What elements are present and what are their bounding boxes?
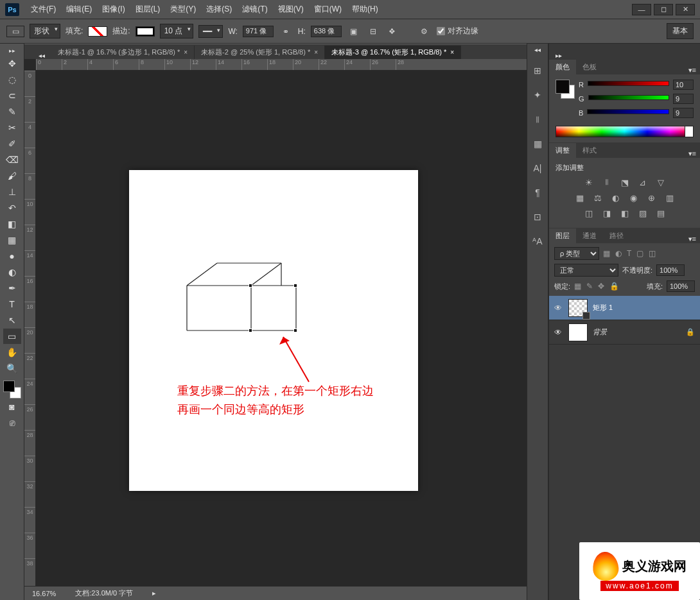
fill-swatch[interactable] [88, 26, 107, 37]
panel-menu-icon[interactable]: ▾≡ [685, 235, 700, 243]
g-slider[interactable] [588, 95, 669, 103]
hand-tool[interactable]: ✋ [3, 345, 21, 360]
dodge-tool[interactable]: ◐ [3, 264, 21, 280]
pen-tool[interactable]: ✒ [3, 280, 21, 296]
shape-mode-dropdown[interactable]: 形状 [30, 24, 60, 39]
opacity-input[interactable] [656, 264, 685, 276]
info-arrow-icon[interactable]: ▸ [152, 589, 156, 597]
r-input[interactable] [673, 80, 694, 90]
dock-collapse-icon[interactable]: ◂◂ [534, 46, 541, 53]
menu-view[interactable]: 视图(V) [273, 4, 309, 15]
bw-icon[interactable]: ◐ [610, 192, 622, 203]
navigator-panel-icon[interactable]: ✦ [531, 89, 544, 101]
selection-handle[interactable] [249, 329, 252, 332]
gear-icon[interactable]: ⚙ [417, 24, 432, 39]
selection-handle[interactable] [249, 284, 252, 287]
filter-adjust-icon[interactable]: ◐ [615, 249, 622, 258]
swatches-tab[interactable]: 色板 [576, 60, 603, 74]
gradient-map-icon[interactable]: ▨ [637, 207, 649, 219]
char-styles-panel-icon[interactable]: ᴬA [531, 235, 544, 248]
stroke-width-dropdown[interactable]: 10 点 [160, 24, 194, 39]
fill-input[interactable] [667, 280, 695, 292]
tool-preset-icon[interactable]: ▭ [6, 26, 24, 37]
tab-collapse-icon[interactable]: ◂◂ [32, 52, 51, 59]
type-tool[interactable]: T [3, 296, 21, 312]
color-swatches[interactable] [3, 381, 21, 399]
layer-name[interactable]: 背景 [593, 327, 607, 337]
menu-layer[interactable]: 图层(L) [130, 4, 166, 15]
link-dimensions-icon[interactable]: ⚭ [279, 24, 293, 39]
quick-selection-tool[interactable]: ✎ [3, 104, 21, 119]
layers-tab[interactable]: 图层 [549, 228, 576, 243]
width-input[interactable] [243, 26, 274, 37]
path-alignment-icon[interactable]: ⊟ [366, 24, 380, 39]
panel-menu-icon[interactable]: ▾≡ [685, 66, 700, 74]
vibrance-icon[interactable]: ▽ [655, 176, 667, 188]
b-input[interactable] [673, 108, 694, 118]
histogram-panel-icon[interactable]: ⫴ [531, 113, 544, 126]
marquee-tool[interactable]: ◌ [3, 72, 21, 87]
lasso-tool[interactable]: ⊂ [3, 88, 21, 103]
lock-transparency-icon[interactable]: ▦ [574, 282, 581, 291]
visibility-icon[interactable]: 👁 [554, 328, 563, 337]
close-icon[interactable]: × [450, 49, 454, 56]
levels-icon[interactable]: ⫴ [601, 176, 613, 188]
path-operations-icon[interactable]: ▣ [347, 24, 361, 39]
stroke-style-dropdown[interactable]: ━━ [198, 25, 223, 38]
color-balance-icon[interactable]: ⚖ [592, 192, 604, 203]
color-tab[interactable]: 颜色 [549, 60, 576, 74]
filter-pixel-icon[interactable]: ▦ [603, 249, 610, 258]
panel-collapse-icon[interactable]: ▸▸ [552, 52, 566, 59]
quick-mask-icon[interactable]: ◙ [3, 399, 21, 415]
blend-mode-dropdown[interactable]: 正常 [554, 264, 618, 277]
g-input[interactable] [673, 94, 694, 104]
menu-select[interactable]: 选择(S) [201, 4, 237, 15]
channel-mixer-icon[interactable]: ⊕ [646, 192, 658, 203]
menu-edit[interactable]: 编辑(E) [61, 4, 97, 15]
maximize-button[interactable]: ◻ [654, 4, 673, 15]
eyedropper-tool[interactable]: ✐ [3, 136, 21, 151]
hsl-icon[interactable]: ▦ [574, 192, 586, 203]
path-arrangement-icon[interactable]: ❖ [385, 24, 399, 39]
color-spectrum[interactable] [556, 126, 694, 137]
visibility-icon[interactable]: 👁 [554, 304, 563, 313]
brush-tool[interactable]: 🖌 [3, 168, 21, 184]
menu-filter[interactable]: 滤镜(T) [237, 4, 272, 15]
character-panel-icon[interactable]: A| [531, 162, 544, 175]
brightness-icon[interactable]: ☀ [583, 176, 595, 188]
menu-type[interactable]: 类型(Y) [165, 4, 201, 15]
lock-all-icon[interactable]: 🔒 [609, 282, 619, 291]
eraser-tool[interactable]: ◧ [3, 216, 21, 232]
minimize-button[interactable]: — [632, 4, 651, 15]
expand-icon[interactable]: ▸▸ [3, 46, 21, 55]
rectangle-tool[interactable]: ▭ [3, 329, 21, 344]
filter-shape-icon[interactable]: ▢ [636, 249, 643, 258]
height-input[interactable] [311, 26, 342, 37]
exposure-icon[interactable]: ⊿ [637, 176, 649, 188]
selection-handle[interactable] [293, 284, 297, 287]
styles-tab[interactable]: 样式 [576, 143, 603, 158]
clone-stamp-tool[interactable]: ⊥ [3, 184, 21, 200]
actions-panel-icon[interactable]: ⊡ [531, 210, 544, 223]
healing-brush-tool[interactable]: ⌫ [3, 152, 21, 167]
zoom-tool[interactable]: 🔍 [3, 361, 21, 376]
lookup-icon[interactable]: ▥ [664, 192, 676, 203]
crop-tool[interactable]: ✂ [3, 120, 21, 135]
lock-pixels-icon[interactable]: ✎ [586, 282, 593, 291]
align-edges-checkbox[interactable]: 对齐边缘 [437, 26, 478, 37]
menu-help[interactable]: 帮助(H) [347, 4, 383, 15]
history-brush-tool[interactable]: ↶ [3, 200, 21, 216]
close-icon[interactable]: × [314, 49, 318, 56]
layer-thumbnail[interactable] [568, 323, 588, 341]
doc-tab-3[interactable]: 未标题-3 @ 16.7% (矩形 1, RGB/8) *× [325, 46, 461, 59]
color-preview-swatches[interactable] [556, 80, 575, 99]
menu-file[interactable]: 文件(F) [26, 4, 61, 15]
blur-tool[interactable]: ● [3, 248, 21, 264]
b-slider[interactable] [587, 109, 669, 117]
invert-icon[interactable]: ◫ [583, 207, 595, 219]
curves-icon[interactable]: ⬔ [619, 176, 631, 188]
history-panel-icon[interactable]: ⊞ [531, 64, 544, 77]
filter-smart-icon[interactable]: ◫ [649, 249, 656, 258]
layer-item-shape[interactable]: 👁 矩形 1 [549, 296, 700, 320]
zoom-level[interactable]: 16.67% [32, 590, 56, 597]
